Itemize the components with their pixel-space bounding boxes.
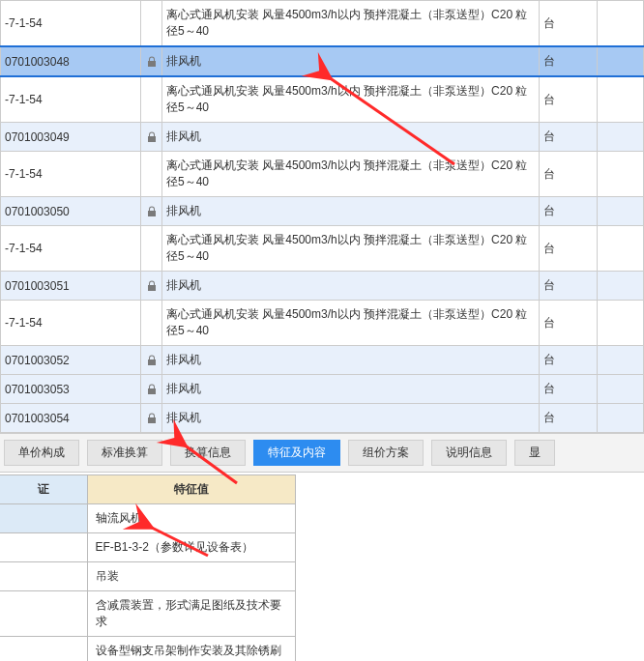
table-row[interactable]: -7-1-54离心式通风机安装 风量4500m3/h以内 预拌混凝土（非泵送型）… [1, 152, 644, 197]
cell-lock [141, 272, 162, 301]
table-row[interactable]: 0701003051排风机台 [1, 272, 644, 301]
cell-description[interactable]: 排风机 [162, 272, 540, 301]
table-row[interactable]: 0701003049排风机台 [1, 123, 644, 152]
detail-cell-left[interactable] [0, 562, 87, 591]
cell-description[interactable]: 离心式通风机安装 风量4500m3/h以内 预拌混凝土（非泵送型）C20 粒径5… [162, 152, 540, 197]
cell-description[interactable]: 排风机 [162, 346, 540, 375]
lock-icon [146, 280, 158, 292]
data-grid[interactable]: -7-1-54离心式通风机安装 风量4500m3/h以内 预拌混凝土（非泵送型）… [0, 0, 644, 433]
table-row[interactable]: -7-1-54离心式通风机安装 风量4500m3/h以内 预拌混凝土（非泵送型）… [1, 301, 644, 346]
tab-3[interactable]: 特征及内容 [253, 440, 340, 466]
cell-code[interactable]: -7-1-54 [1, 76, 141, 123]
detail-cell-value[interactable]: 轴流风机 [87, 504, 295, 533]
lock-icon [146, 355, 158, 366]
cell-extra [598, 301, 644, 346]
cell-extra [598, 123, 644, 152]
cell-description[interactable]: 排风机 [162, 375, 540, 404]
cell-code[interactable]: 0701003051 [1, 272, 141, 301]
detail-row[interactable]: 设备型钢支吊架制作安装及其除锈刷油 [0, 637, 295, 662]
tab-0[interactable]: 单价构成 [4, 440, 79, 466]
detail-row[interactable]: 轴流风机 [0, 504, 295, 533]
cell-extra [598, 197, 644, 226]
table-row[interactable]: 0701003052排风机台 [1, 346, 644, 375]
detail-cell-left[interactable] [0, 591, 87, 637]
detail-tabbar: 单价构成标准换算换算信息特征及内容组价方案说明信息显 [0, 433, 644, 473]
lock-icon [146, 413, 158, 424]
table-row[interactable]: -7-1-54离心式通风机安装 风量4500m3/h以内 预拌混凝土（非泵送型）… [1, 76, 644, 123]
lock-icon [146, 131, 158, 143]
cell-unit[interactable]: 台 [540, 272, 598, 301]
cell-extra [598, 404, 644, 433]
table-row[interactable]: 0701003054排风机台 [1, 404, 644, 433]
detail-row[interactable]: EF-B1-3-2（参数详见设备表） [0, 533, 295, 562]
table-row[interactable]: 0701003048排风机台 [1, 46, 644, 76]
table-row[interactable]: 0701003053排风机台 [1, 375, 644, 404]
cell-code[interactable]: 0701003050 [1, 197, 141, 226]
cell-code[interactable]: 0701003052 [1, 346, 141, 375]
detail-row[interactable]: 含减震装置，形式满足图纸及技术要求 [0, 591, 295, 637]
cell-description[interactable]: 离心式通风机安装 风量4500m3/h以内 预拌混凝土（非泵送型）C20 粒径5… [162, 301, 540, 346]
tab-2[interactable]: 换算信息 [170, 440, 246, 466]
detail-cell-value[interactable]: EF-B1-3-2（参数详见设备表） [87, 533, 295, 562]
detail-cell-left[interactable] [0, 533, 87, 562]
cell-code[interactable]: 0701003049 [1, 123, 141, 152]
detail-header-value: 特征值 [87, 475, 295, 504]
cell-description[interactable]: 排风机 [162, 46, 540, 76]
tab-1[interactable]: 标准换算 [87, 440, 162, 466]
detail-cell-value[interactable]: 含减震装置，形式满足图纸及技术要求 [87, 591, 295, 637]
tab-4[interactable]: 组价方案 [348, 440, 424, 466]
cell-code[interactable]: 0701003048 [1, 46, 141, 76]
cell-unit[interactable]: 台 [540, 46, 598, 76]
cell-lock [141, 46, 162, 76]
cell-lock [141, 404, 162, 433]
cell-extra [598, 1, 644, 47]
cell-unit[interactable]: 台 [540, 152, 598, 197]
cell-lock [141, 226, 162, 272]
cell-unit[interactable]: 台 [540, 123, 598, 152]
cell-description[interactable]: 排风机 [162, 123, 540, 152]
detail-cell-left[interactable] [0, 637, 87, 662]
detail-cell-value[interactable]: 设备型钢支吊架制作安装及其除锈刷油 [87, 637, 295, 662]
cell-lock [141, 123, 162, 152]
cell-unit[interactable]: 台 [540, 301, 598, 346]
cell-unit[interactable]: 台 [540, 226, 598, 272]
table-row[interactable]: 0701003050排风机台 [1, 197, 644, 226]
feature-value-table[interactable]: 证 特征值 轴流风机EF-B1-3-2（参数详见设备表）吊装含减震装置，形式满足… [0, 474, 296, 661]
cell-code[interactable]: -7-1-54 [1, 1, 141, 47]
cell-code[interactable]: -7-1-54 [1, 226, 141, 272]
cell-description[interactable]: 排风机 [162, 197, 540, 226]
cell-extra [598, 76, 644, 123]
cell-description[interactable]: 离心式通风机安装 风量4500m3/h以内 预拌混凝土（非泵送型）C20 粒径5… [162, 226, 540, 272]
lock-icon [146, 56, 158, 68]
detail-cell-left[interactable] [0, 504, 87, 533]
cell-lock [141, 375, 162, 404]
cell-unit[interactable]: 台 [540, 375, 598, 404]
table-row[interactable]: -7-1-54离心式通风机安装 风量4500m3/h以内 预拌混凝土（非泵送型）… [1, 1, 644, 47]
cell-code[interactable]: 0701003054 [1, 404, 141, 433]
cell-lock [141, 301, 162, 346]
cell-code[interactable]: 0701003053 [1, 375, 141, 404]
cell-description[interactable]: 离心式通风机安装 风量4500m3/h以内 预拌混凝土（非泵送型）C20 粒径5… [162, 1, 540, 47]
cell-lock [141, 152, 162, 197]
tab-5[interactable]: 说明信息 [431, 440, 507, 466]
cell-code[interactable]: -7-1-54 [1, 152, 141, 197]
cell-extra [598, 272, 644, 301]
cell-unit[interactable]: 台 [540, 197, 598, 226]
detail-cell-value[interactable]: 吊装 [87, 562, 295, 591]
tab-6[interactable]: 显 [514, 440, 555, 466]
detail-row[interactable]: 吊装 [0, 562, 295, 591]
lock-icon [146, 384, 158, 395]
cell-extra [598, 346, 644, 375]
detail-header-left: 证 [0, 475, 87, 504]
lock-icon [146, 206, 158, 217]
cell-lock [141, 1, 162, 47]
cell-unit[interactable]: 台 [540, 346, 598, 375]
cell-lock [141, 346, 162, 375]
cell-unit[interactable]: 台 [540, 76, 598, 123]
cell-description[interactable]: 离心式通风机安装 风量4500m3/h以内 预拌混凝土（非泵送型）C20 粒径5… [162, 76, 540, 123]
cell-description[interactable]: 排风机 [162, 404, 540, 433]
cell-unit[interactable]: 台 [540, 1, 598, 47]
cell-code[interactable]: -7-1-54 [1, 301, 141, 346]
table-row[interactable]: -7-1-54离心式通风机安装 风量4500m3/h以内 预拌混凝土（非泵送型）… [1, 226, 644, 272]
cell-unit[interactable]: 台 [540, 404, 598, 433]
